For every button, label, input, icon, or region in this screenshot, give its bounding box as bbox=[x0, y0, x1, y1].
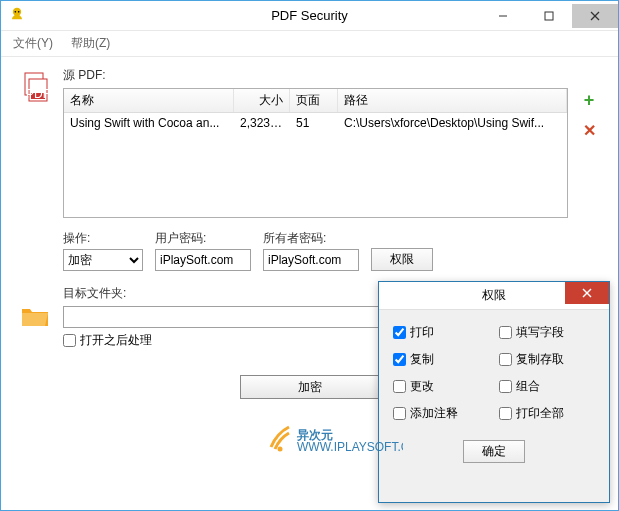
perm-label: 更改 bbox=[410, 378, 434, 395]
permissions-dialog: 权限 打印填写字段复制复制存取更改组合添加注释打印全部 确定 bbox=[378, 281, 610, 503]
perm-checkbox[interactable] bbox=[393, 353, 406, 366]
svg-point-0 bbox=[15, 11, 17, 13]
perm-checkbox[interactable] bbox=[393, 380, 406, 393]
encrypt-button[interactable]: 加密 bbox=[240, 375, 380, 399]
perm-item-4[interactable]: 更改 bbox=[393, 378, 489, 395]
dialog-title: 权限 bbox=[482, 287, 506, 304]
svg-point-1 bbox=[18, 11, 20, 13]
perm-checkbox[interactable] bbox=[499, 380, 512, 393]
owner-password-label: 所有者密码: bbox=[263, 230, 359, 247]
minimize-button[interactable] bbox=[480, 4, 526, 28]
perm-label: 添加注释 bbox=[410, 405, 458, 422]
perm-item-3[interactable]: 复制存取 bbox=[499, 351, 595, 368]
menu-file[interactable]: 文件(Y) bbox=[9, 33, 57, 54]
close-button[interactable] bbox=[572, 4, 618, 28]
perm-checkbox[interactable] bbox=[393, 326, 406, 339]
col-header-name[interactable]: 名称 bbox=[64, 89, 234, 112]
add-file-button[interactable]: + bbox=[584, 90, 595, 111]
source-pdf-icon: PDF bbox=[15, 67, 55, 218]
operation-select[interactable]: 加密 bbox=[63, 249, 143, 271]
perm-label: 填写字段 bbox=[516, 324, 564, 341]
maximize-button[interactable] bbox=[526, 4, 572, 28]
open-after-label: 打开之后处理 bbox=[80, 332, 152, 349]
col-header-pages[interactable]: 页面 bbox=[290, 89, 338, 112]
dialog-ok-button[interactable]: 确定 bbox=[463, 440, 525, 463]
perm-item-7[interactable]: 打印全部 bbox=[499, 405, 595, 422]
folder-icon bbox=[15, 285, 55, 349]
permissions-button[interactable]: 权限 bbox=[371, 248, 433, 271]
cell-path: C:\Users\xforce\Desktop\Using Swif... bbox=[338, 116, 567, 130]
cell-pages: 51 bbox=[290, 116, 338, 130]
user-password-input[interactable] bbox=[155, 249, 251, 271]
perm-label: 复制存取 bbox=[516, 351, 564, 368]
perm-checkbox[interactable] bbox=[393, 407, 406, 420]
owner-password-input[interactable] bbox=[263, 249, 359, 271]
dialog-close-button[interactable] bbox=[565, 282, 609, 304]
source-label: 源 PDF: bbox=[63, 67, 604, 84]
perm-checkbox[interactable] bbox=[499, 407, 512, 420]
perm-label: 组合 bbox=[516, 378, 540, 395]
perm-checkbox[interactable] bbox=[499, 326, 512, 339]
perm-checkbox[interactable] bbox=[499, 353, 512, 366]
perm-item-0[interactable]: 打印 bbox=[393, 324, 489, 341]
operation-label: 操作: bbox=[63, 230, 143, 247]
perm-label: 打印全部 bbox=[516, 405, 564, 422]
perm-item-5[interactable]: 组合 bbox=[499, 378, 595, 395]
remove-file-button[interactable]: ✕ bbox=[583, 121, 596, 140]
table-row[interactable]: Using Swift with Cocoa an... 2,323 KB 51… bbox=[64, 113, 567, 133]
perm-label: 复制 bbox=[410, 351, 434, 368]
user-password-label: 用户密码: bbox=[155, 230, 251, 247]
menubar: 文件(Y) 帮助(Z) bbox=[1, 31, 618, 57]
perm-item-1[interactable]: 填写字段 bbox=[499, 324, 595, 341]
col-header-path[interactable]: 路径 bbox=[338, 89, 567, 112]
app-icon bbox=[7, 6, 27, 26]
menu-help[interactable]: 帮助(Z) bbox=[67, 33, 114, 54]
perm-label: 打印 bbox=[410, 324, 434, 341]
cell-name: Using Swift with Cocoa an... bbox=[64, 116, 234, 130]
col-header-size[interactable]: 大小 bbox=[234, 89, 290, 112]
source-file-table: 名称 大小 页面 路径 Using Swift with Cocoa an...… bbox=[63, 88, 568, 218]
open-after-checkbox[interactable] bbox=[63, 334, 76, 347]
titlebar: PDF Security bbox=[1, 1, 618, 31]
svg-text:PDF: PDF bbox=[26, 87, 50, 101]
cell-size: 2,323 KB bbox=[234, 116, 290, 130]
perm-item-6[interactable]: 添加注释 bbox=[393, 405, 489, 422]
svg-rect-3 bbox=[545, 12, 553, 20]
perm-item-2[interactable]: 复制 bbox=[393, 351, 489, 368]
